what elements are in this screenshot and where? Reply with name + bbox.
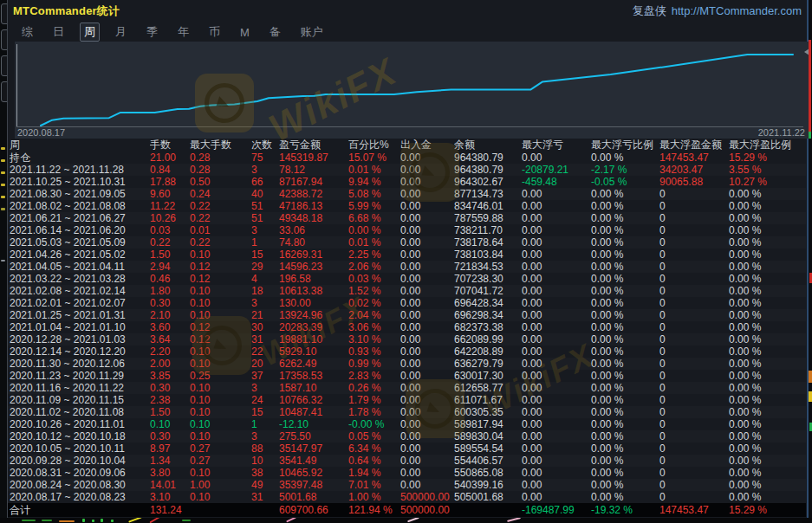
table-row[interactable]: 2021.10.25 ~ 2021.10.3117.880.506687167.… xyxy=(8,176,806,188)
table-row[interactable]: 2020.11.02 ~ 2020.11.081.500.101510487.4… xyxy=(8,406,806,418)
table-cell: 14.01 xyxy=(150,479,190,491)
table-row[interactable]: 2021.11.22 ~ 2021.11.280.840.28378.120.0… xyxy=(8,164,806,176)
table-cell: 1.00 xyxy=(190,479,251,491)
table-cell: 0.00 xyxy=(400,236,454,249)
table-cell: 0 xyxy=(659,455,729,467)
table-cell: 600305.35 xyxy=(454,406,522,418)
table-cell: 0.02 % xyxy=(348,297,400,309)
table-cell: -459.48 xyxy=(522,176,591,188)
menu-item-季[interactable]: 季 xyxy=(142,23,162,42)
table-cell: 15 xyxy=(251,249,279,261)
menu-item-账户[interactable]: 账户 xyxy=(296,23,328,42)
table-row[interactable]: 2020.08.31 ~ 2020.09.063.800.103810465.9… xyxy=(8,467,806,479)
table-row[interactable]: 2021.03.22 ~ 2021.03.280.460.124196.580.… xyxy=(8,273,806,285)
column-header: 出入金 xyxy=(400,139,454,152)
table-cell: 9.94 % xyxy=(348,176,400,188)
table-cell: 0.10 xyxy=(190,467,251,479)
table-cell: 0.00 xyxy=(522,358,591,370)
table-row[interactable]: 2021.04.05 ~ 2021.04.112.940.122914596.2… xyxy=(8,261,806,273)
table-row[interactable]: 2021.01.04 ~ 2021.01.103.600.123020283.3… xyxy=(8,321,806,333)
statistics-window: MTCommander统计 复盘侠http://MTCommander.com … xyxy=(7,0,809,518)
table-cell: 0 xyxy=(659,333,729,345)
table-row[interactable]: 2020.12.28 ~ 2021.01.033.640.123119881.1… xyxy=(8,333,806,345)
table-cell: 2.00 xyxy=(150,358,190,370)
period-cell: 2021.04.05 ~ 2021.04.11 xyxy=(10,261,150,273)
menu-item-年[interactable]: 年 xyxy=(173,23,193,42)
chart-end-date-label: 2021.11.22 xyxy=(758,127,805,139)
table-cell: 0.00 xyxy=(522,394,591,406)
table-row[interactable]: 2021.08.02 ~ 2021.08.0811.220.225147186.… xyxy=(8,200,806,212)
table-cell: 0 xyxy=(659,442,729,455)
table-cell: 35397.48 xyxy=(279,479,348,491)
table-row[interactable]: 2020.10.05 ~ 2020.10.118.970.278835147.9… xyxy=(8,442,806,455)
table-cell: 6.68 % xyxy=(348,212,400,224)
table-cell xyxy=(454,503,522,517)
table-cell: 964380.79 xyxy=(454,152,522,164)
table-cell: 0.10 xyxy=(190,394,251,406)
table-cell: 0.30 xyxy=(150,430,190,442)
period-cell: 2020.08.24 ~ 2020.08.30 xyxy=(10,479,150,491)
table-row[interactable]: 持仓21.000.2875145319.8715.07 %0.00964380.… xyxy=(8,152,806,164)
table-row[interactable]: 2021.06.14 ~ 2021.06.200.030.01333.060.0… xyxy=(8,224,806,236)
background-text-fragment xyxy=(1,147,5,150)
table-cell: 1 xyxy=(251,418,279,430)
table-row[interactable]: 2021.01.25 ~ 2021.01.312.100.102113924.9… xyxy=(8,309,806,321)
table-row[interactable]: 2021.02.08 ~ 2021.02.141.800.101810613.3… xyxy=(8,285,806,297)
menu-item-备[interactable]: 备 xyxy=(265,23,285,42)
table-row[interactable]: 2020.11.16 ~ 2020.11.220.300.1031587.100… xyxy=(8,382,806,394)
table-cell: 0 xyxy=(659,200,729,212)
table-row[interactable]: 2020.09.28 ~ 2020.10.041.340.27103541.49… xyxy=(8,455,806,467)
table-row[interactable]: 2020.11.30 ~ 2020.12.062.000.10206262.49… xyxy=(8,358,806,370)
table-cell: 0.26 % xyxy=(348,382,400,394)
table-cell: 0 xyxy=(659,358,729,370)
table-row[interactable]: 2021.08.30 ~ 2021.09.059.600.244042388.7… xyxy=(8,188,806,200)
column-header: 次数 xyxy=(251,139,279,152)
table-cell: 1.34 xyxy=(150,455,190,467)
table-row[interactable]: 2021.06.21 ~ 2021.06.2710.260.225149348.… xyxy=(8,212,806,224)
table-cell: 0.50 xyxy=(190,176,251,188)
table-row[interactable]: 2020.11.09 ~ 2020.11.152.380.102410766.3… xyxy=(8,394,806,406)
table-row[interactable]: 2020.10.12 ~ 2020.10.180.300.103275.500.… xyxy=(8,430,806,442)
menu-item-M[interactable]: M xyxy=(236,24,254,41)
table-cell: 10.26 xyxy=(150,212,190,224)
table-row[interactable]: 2020.08.17 ~ 2020.08.233.100.10315001.68… xyxy=(8,491,806,503)
table-cell: 0.12 xyxy=(190,333,251,345)
table-cell: 17358.53 xyxy=(279,370,348,382)
table-row[interactable]: 2021.02.01 ~ 2021.02.070.300.103130.000.… xyxy=(8,297,806,309)
table-cell: 0 xyxy=(659,491,729,503)
weekly-stats-table: 周手数最大手数次数盈亏金额百分比%出入金余额最大浮亏最大浮亏比例最大浮盈金额最大… xyxy=(8,139,806,517)
menu-item-日[interactable]: 日 xyxy=(49,23,68,42)
table-row[interactable]: 2021.05.03 ~ 2021.05.090.220.22174.800.0… xyxy=(8,236,806,249)
table-cell: 1.78 % xyxy=(348,406,400,418)
table-cell: 0.00 xyxy=(400,273,454,285)
menu-item-周[interactable]: 周 xyxy=(80,23,100,42)
table-cell: 0.30 xyxy=(150,382,190,394)
table-cell: 0.00 % xyxy=(591,152,659,164)
table-cell: 0.00 xyxy=(400,333,454,345)
menu-item-月[interactable]: 月 xyxy=(111,23,131,42)
table-cell: 10 xyxy=(251,455,279,467)
table-cell: 0.00 % xyxy=(729,491,807,503)
table-row[interactable]: 2021.04.26 ~ 2021.05.021.500.101516269.3… xyxy=(8,249,806,261)
table-cell: 0.00 % xyxy=(591,406,659,418)
table-row[interactable]: 2020.10.26 ~ 2020.11.010.100.101-12.10-0… xyxy=(8,418,806,430)
menu-item-币[interactable]: 币 xyxy=(205,23,224,42)
table-cell: 0.00 % xyxy=(591,394,659,406)
table-cell: 6262.49 xyxy=(279,358,348,370)
table-cell: 0.00 xyxy=(400,176,454,188)
table-row[interactable]: 2020.11.23 ~ 2020.11.293.850.253717358.5… xyxy=(8,370,806,382)
table-cell: 11.22 xyxy=(150,200,190,212)
table-row[interactable]: 2020.12.14 ~ 2020.12.202.200.10225929.10… xyxy=(8,345,806,358)
period-cell: 2021.06.21 ~ 2021.06.27 xyxy=(10,212,150,224)
table-cell: 0.00 xyxy=(400,152,454,164)
table-cell: 0.00 xyxy=(400,188,454,200)
brand-url-link[interactable]: http://MTCommander.com xyxy=(672,4,802,17)
table-cell: 10.27 % xyxy=(729,176,807,188)
table-cell: 0.00 xyxy=(522,406,591,418)
table-cell: 2.83 % xyxy=(348,370,400,382)
table-cell: 0.01 % xyxy=(348,164,400,176)
table-cell: 0.00 % xyxy=(729,309,807,321)
menu-item-综[interactable]: 综 xyxy=(17,23,37,42)
table-row[interactable]: 2020.08.24 ~ 2020.08.3014.011.004935397.… xyxy=(8,479,806,491)
table-cell: 0.00 xyxy=(522,236,591,249)
